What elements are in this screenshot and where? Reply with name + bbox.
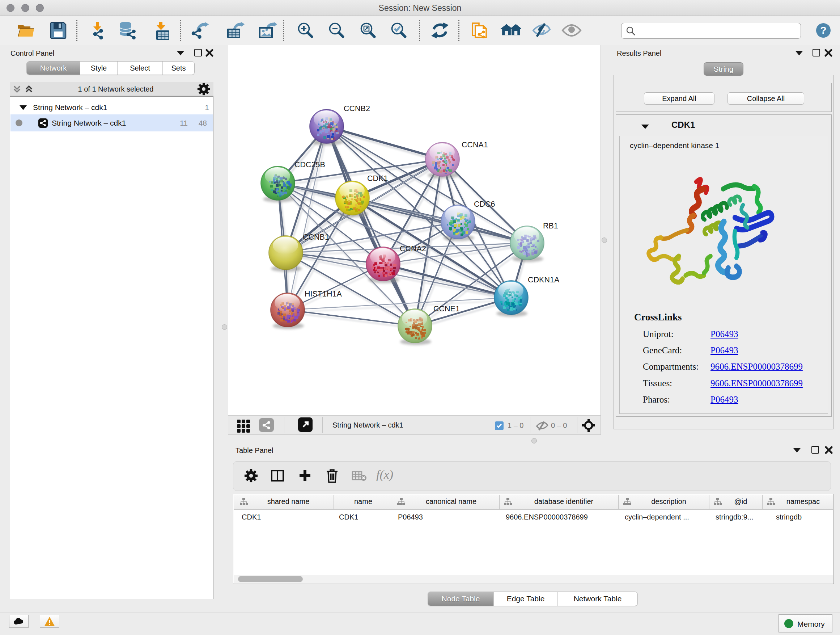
svg-text:CDC6: CDC6 <box>474 200 495 209</box>
svg-text:CCNA1: CCNA1 <box>462 141 488 149</box>
svg-text:CDC25B: CDC25B <box>294 160 325 169</box>
svg-text:HIST1H1A: HIST1H1A <box>305 290 342 298</box>
svg-text:CDK1: CDK1 <box>367 174 388 183</box>
svg-text:CCNB2: CCNB2 <box>344 104 370 113</box>
svg-text:RB1: RB1 <box>543 222 558 230</box>
svg-text:CCNE1: CCNE1 <box>433 304 460 313</box>
svg-text:CCNA2: CCNA2 <box>400 244 426 253</box>
svg-text:CDKN1A: CDKN1A <box>528 276 560 284</box>
svg-text:CCNB1: CCNB1 <box>303 233 329 241</box>
svg-text:?: ? <box>820 25 826 36</box>
